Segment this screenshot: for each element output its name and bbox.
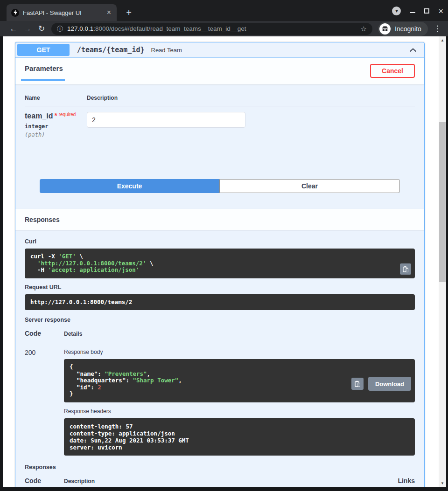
parameter-location: (path) [25, 131, 87, 138]
browser-tab[interactable]: FastAPI - Swagger UI × [7, 4, 117, 21]
live-code-header: Code [25, 330, 64, 337]
copy-response-button[interactable] [351, 378, 364, 390]
tab-parameters: Parameters [25, 64, 63, 72]
doc-code-header: Code [25, 477, 64, 484]
browser-toolbar: ← → ↻ i 127.0.0.1:8000/docs#/default/rea… [0, 21, 448, 36]
request-url-label: Request URL [25, 284, 415, 290]
request-url-block: http://127.0.0.1:8000/teams/2 [25, 294, 415, 311]
incognito-badge: Incognito [378, 22, 428, 36]
responses-title: Responses [25, 216, 60, 223]
fastapi-favicon-icon [11, 9, 19, 17]
window-close-icon[interactable]: × [438, 8, 443, 14]
maximize-icon[interactable] [424, 8, 429, 14]
url-host: 127.0.0.1 [67, 25, 93, 32]
parameters-section: Name Description team_id*required intege… [15, 84, 424, 193]
url-text[interactable]: 127.0.0.1:8000/docs#/default/read_team_t… [67, 25, 357, 32]
cancel-button[interactable]: Cancel [370, 64, 415, 78]
incognito-label: Incognito [395, 25, 421, 33]
back-icon[interactable]: ← [7, 24, 21, 34]
live-status-code: 200 [25, 349, 64, 456]
response-body-label: Response body [64, 349, 415, 355]
url-path: :8000/docs#/default/read_team_teams__tea… [93, 25, 246, 32]
responses-section-header: Responses [15, 209, 424, 230]
doc-responses-label: Responses [25, 464, 415, 470]
execute-row: Execute Clear [40, 179, 400, 193]
download-button[interactable]: Download [368, 377, 411, 391]
browser-menu-icon[interactable]: ⋮ [434, 24, 441, 34]
site-info-icon[interactable]: i [57, 26, 63, 32]
new-tab-button[interactable]: + [122, 6, 135, 19]
page-viewport: GET /teams/{team_id} Read Team Parameter… [3, 36, 439, 487]
tab-title: FastAPI - Swagger UI [23, 9, 105, 16]
endpoint-path: /teams/{team_id} [77, 46, 145, 54]
team-id-input[interactable] [87, 112, 245, 128]
minimize-icon[interactable] [410, 9, 415, 13]
incognito-icon [379, 23, 391, 35]
column-header-description: Description [87, 95, 118, 101]
scrollbar-thumb[interactable] [439, 122, 446, 282]
curl-code-block: curl -X 'GET' \ 'http://127.0.0.1:8000/t… [25, 249, 415, 278]
tab-search-icon[interactable]: ▾ [392, 7, 401, 15]
clear-button[interactable]: Clear [219, 179, 400, 193]
page-scrollbar[interactable]: ▲ ▼ [439, 36, 446, 487]
parameters-header: Parameters Cancel [15, 58, 424, 84]
curl-label: Curl [25, 238, 415, 245]
parameter-row: team_id*required integer (path) [25, 106, 415, 138]
live-details-header: Details [64, 331, 415, 337]
response-body-block: { "name": "Preventers", "headquarters": … [64, 359, 415, 402]
opblock-get-team: GET /teams/{team_id} Read Team Parameter… [15, 42, 425, 487]
required-star: * [54, 112, 57, 120]
parameter-name: team_id*required [25, 112, 87, 120]
tab-close-icon[interactable]: × [105, 9, 113, 16]
url-bar[interactable]: i 127.0.0.1:8000/docs#/default/read_team… [51, 23, 372, 35]
doc-links-header: Links [398, 477, 415, 484]
parameter-type: integer [25, 123, 87, 130]
scroll-down-icon[interactable]: ▼ [439, 481, 446, 485]
required-label: required [59, 112, 76, 117]
response-headers-label: Response headers [64, 408, 415, 415]
http-method-badge: GET [17, 44, 70, 56]
responses-body: Curl curl -X 'GET' \ 'http://127.0.0.1:8… [15, 230, 424, 487]
response-headers-block: content-length: 57 content-type: applica… [64, 418, 415, 456]
opblock-summary[interactable]: GET /teams/{team_id} Read Team [15, 42, 424, 58]
reload-icon[interactable]: ↻ [35, 24, 49, 34]
execute-button[interactable]: Execute [40, 179, 219, 193]
scroll-up-icon[interactable]: ▲ [439, 38, 446, 42]
doc-description-header: Description [64, 478, 398, 484]
collapse-chevron-icon[interactable] [409, 48, 417, 52]
server-response-label: Server response [25, 317, 415, 323]
tab-strip: FastAPI - Swagger UI × + ▾ × [0, 0, 448, 21]
column-header-name: Name [25, 95, 87, 101]
forward-icon[interactable]: → [21, 24, 35, 34]
request-url-value: http://127.0.0.1:8000/teams/2 [30, 299, 409, 306]
bookmark-star-icon[interactable]: ☆ [361, 25, 367, 33]
endpoint-summary: Read Team [151, 47, 182, 54]
copy-curl-button[interactable] [400, 263, 411, 275]
live-response-row: 200 Response body { "name": "Preventers"… [25, 342, 415, 456]
active-tab-indicator [21, 79, 65, 81]
